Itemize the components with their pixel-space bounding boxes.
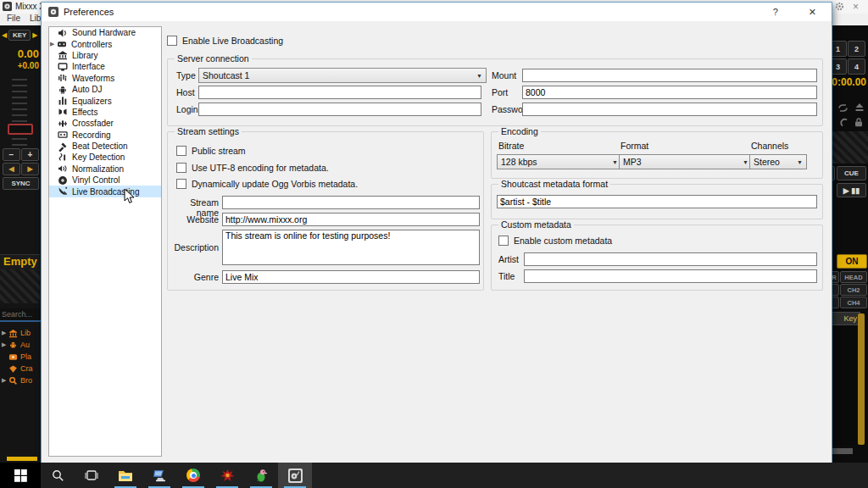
tree-item-browse[interactable]: ▶Bro xyxy=(2,374,41,386)
nudge-right-button[interactable]: ▶ xyxy=(21,163,39,175)
artist-input[interactable] xyxy=(524,252,817,266)
genre-input[interactable] xyxy=(222,270,480,284)
bitrate-combo[interactable]: 128 kbps▼ xyxy=(497,154,622,169)
stream-name-input[interactable] xyxy=(222,196,480,209)
help-button[interactable]: ? xyxy=(773,7,778,17)
password-input[interactable] xyxy=(522,103,817,116)
key-next-button[interactable]: ▶ xyxy=(32,31,37,39)
dialog-title: Preferences xyxy=(64,7,114,17)
enable-custom-metadata-checkbox[interactable] xyxy=(498,236,509,246)
hotcue-4-button[interactable]: 4 xyxy=(848,58,865,75)
red-app-button[interactable] xyxy=(210,463,244,488)
sidebar-item-vinyl-control[interactable]: Vinyl Control xyxy=(49,175,161,186)
channels-combo[interactable]: Stereo▼ xyxy=(749,154,807,169)
public-stream-checkbox[interactable] xyxy=(176,146,186,156)
dialog-close-button[interactable]: ✕ xyxy=(809,7,816,18)
tree-item-library[interactable]: ▶Lib xyxy=(2,327,41,339)
hotcue-2-button[interactable]: 2 xyxy=(848,41,865,57)
sidebar-item-sound-hardware[interactable]: Sound Hardware xyxy=(49,27,161,38)
host-input[interactable] xyxy=(198,86,481,99)
search-input[interactable] xyxy=(0,308,41,322)
title-input[interactable] xyxy=(524,269,817,283)
enable-custom-metadata-row[interactable]: Enable custom metadata xyxy=(498,236,612,246)
expander-icon[interactable]: ▶ xyxy=(2,377,8,384)
browse-icon xyxy=(8,376,18,385)
vertical-scrollbar[interactable] xyxy=(858,313,865,445)
format-combo[interactable]: MP3▼ xyxy=(619,154,753,169)
ogg-update-row[interactable]: Dynamically update Ogg Vorbis metadata. xyxy=(176,179,358,189)
mixxx-taskbar-button[interactable] xyxy=(278,463,312,488)
sidebar-item-normalization[interactable]: Normalization xyxy=(49,164,161,175)
chrome-button[interactable] xyxy=(176,463,210,488)
tree-item-playlists[interactable]: Pla xyxy=(2,351,41,363)
pitch-fader-handle[interactable] xyxy=(8,124,33,135)
metadata-format-input[interactable] xyxy=(497,195,817,208)
sidebar-item-waveforms[interactable]: Waveforms xyxy=(49,73,161,84)
file-explorer-button[interactable] xyxy=(108,463,142,488)
utf8-checkbox[interactable] xyxy=(176,163,186,173)
horizontal-scrollbar[interactable] xyxy=(7,457,37,461)
server-type-combo[interactable]: Shoutcast 1▼ xyxy=(198,68,487,83)
key-button[interactable]: KEY xyxy=(8,30,31,41)
expander-icon[interactable]: ▶ xyxy=(2,341,8,348)
menu-file[interactable]: File xyxy=(7,14,20,23)
lock-icon[interactable] xyxy=(854,118,863,127)
enable-broadcasting-checkbox[interactable] xyxy=(167,36,177,46)
robot-icon xyxy=(58,85,68,95)
sidebar-item-library[interactable]: Library xyxy=(49,50,161,61)
chevron-down-icon: ▼ xyxy=(797,159,803,165)
sidebar-item-live-broadcasting[interactable]: Live Broadcasting xyxy=(49,186,161,197)
pitch-value: 0.00 xyxy=(0,47,39,60)
menu-library[interactable]: Lib xyxy=(30,14,41,23)
slip-icon[interactable] xyxy=(839,118,849,127)
server-connection-group: Server connection Type Shoutcast 1▼ Moun… xyxy=(167,58,823,126)
equalizer-icon xyxy=(58,96,68,106)
pitch-plus-button[interactable]: + xyxy=(21,148,39,161)
expander-icon[interactable]: ▶ xyxy=(50,41,56,47)
system-app-button[interactable] xyxy=(142,463,176,488)
sidebar-item-equalizers[interactable]: Equalizers xyxy=(49,95,161,106)
tree-item-autodj[interactable]: ▶Au xyxy=(2,339,41,351)
pitch-minus-button[interactable]: − xyxy=(3,148,20,161)
play-pause-button[interactable]: ▶ ▮▮ xyxy=(837,183,866,197)
sidebar-item-crossfader[interactable]: Crossfader xyxy=(49,118,161,129)
cue-button[interactable]: CUE xyxy=(837,166,866,180)
encoding-group: Encoding Bitrate 128 kbps▼ Format MP3▼ C… xyxy=(491,131,823,179)
sidebar-item-interface[interactable]: Interface xyxy=(49,61,161,72)
ch2-button[interactable]: CH2 xyxy=(840,284,867,296)
dialog-titlebar[interactable]: Preferences ? ✕ xyxy=(42,3,832,21)
nudge-left-button[interactable]: ◀ xyxy=(3,163,20,175)
sidebar-item-auto-dj[interactable]: Auto DJ xyxy=(49,84,161,95)
gear-icon[interactable] xyxy=(835,2,844,11)
broadcast-on-button[interactable]: ON xyxy=(837,254,867,269)
loop-icon[interactable] xyxy=(837,103,849,113)
tree-item-crates[interactable]: Cra xyxy=(2,363,41,374)
eject-icon[interactable] xyxy=(854,103,865,113)
utf8-row[interactable]: Use UTF-8 encoding for metadata. xyxy=(176,163,329,173)
live-broadcasting-panel: Enable Live Broadcasting Server connecti… xyxy=(164,26,826,457)
head-button[interactable]: HEAD xyxy=(840,271,867,283)
sidebar-item-beat-detection[interactable]: Beat Detection xyxy=(49,141,161,152)
windows-logo-icon xyxy=(14,469,27,482)
taskbar-search-button[interactable] xyxy=(41,463,75,488)
ogg-update-checkbox[interactable] xyxy=(176,179,186,189)
key-prev-button[interactable]: ◀ xyxy=(2,31,7,39)
expander-icon[interactable]: ▶ xyxy=(2,330,8,336)
description-textarea[interactable]: This stream is online for testing purpos… xyxy=(222,230,480,265)
sidebar-item-controllers[interactable]: ▶Controllers xyxy=(49,38,161,49)
sidebar-item-key-detection[interactable]: Key Detection xyxy=(49,152,161,163)
task-view-button[interactable] xyxy=(75,463,108,488)
sidebar-item-recording[interactable]: Recording xyxy=(49,130,161,141)
enable-broadcasting-row[interactable]: Enable Live Broadcasting xyxy=(167,36,283,46)
port-input[interactable] xyxy=(522,86,817,99)
mixxx-close-icon[interactable]: × xyxy=(853,1,859,13)
sync-button[interactable]: SYNC xyxy=(3,177,39,190)
green-app-button[interactable] xyxy=(244,463,278,488)
ch4-button[interactable]: CH4 xyxy=(840,297,867,308)
start-button[interactable] xyxy=(0,463,41,488)
public-stream-row[interactable]: Public stream xyxy=(176,146,246,156)
login-input[interactable] xyxy=(198,103,481,116)
sidebar-item-effects[interactable]: Effects xyxy=(49,107,161,118)
website-input[interactable] xyxy=(222,213,480,226)
mount-input[interactable] xyxy=(522,69,817,82)
